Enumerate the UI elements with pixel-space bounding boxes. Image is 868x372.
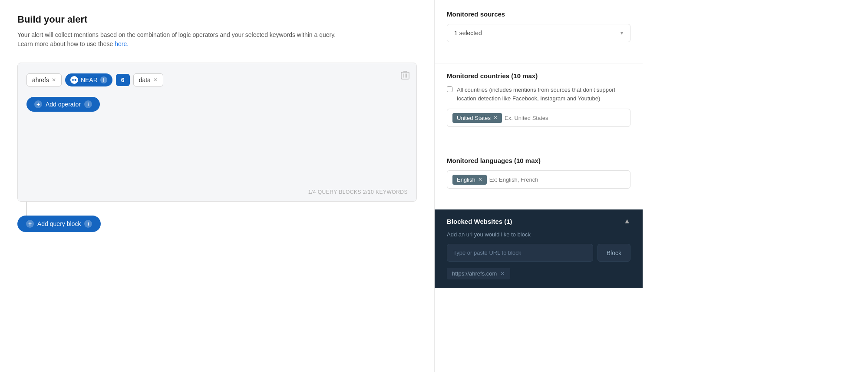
near-info-icon: i	[100, 76, 107, 83]
remove-english-tag[interactable]: ✕	[478, 176, 482, 183]
learn-more-link[interactable]: here.	[115, 40, 129, 47]
all-countries-row: All countries (includes mentions from so…	[447, 86, 630, 103]
svg-point-4	[72, 79, 74, 81]
token-ahrefs: ahrefs ✕	[26, 73, 62, 86]
all-countries-checkbox[interactable]	[447, 86, 452, 92]
remove-ahrefs-token[interactable]: ✕	[52, 77, 56, 83]
remove-data-token[interactable]: ✕	[153, 77, 158, 83]
countries-input[interactable]	[505, 115, 625, 121]
block-input-row: Block	[447, 244, 630, 262]
page-title: Build your alert	[17, 14, 417, 25]
add-operator-info-icon: i	[84, 100, 92, 108]
query-block: ahrefs ✕ NEAR i 6	[17, 63, 417, 202]
blocked-websites-panel: Blocked Websites (1) ▲ Add an url you wo…	[435, 209, 643, 288]
add-query-block-info-icon: i	[84, 220, 92, 228]
block-button[interactable]: Block	[597, 244, 630, 262]
remove-united-states-tag[interactable]: ✕	[493, 115, 498, 121]
blocked-websites-title: Blocked Websites (1)	[447, 218, 512, 225]
languages-tags-input[interactable]: English ✕	[447, 170, 630, 189]
divider	[435, 63, 643, 63]
remove-blocked-url[interactable]: ✕	[500, 270, 505, 277]
monitored-sources-dropdown[interactable]: 1 selected ▾	[447, 24, 630, 42]
blocked-websites-body: Add an url you would like to block Block…	[435, 231, 643, 288]
add-operator-button[interactable]: + Add operator i	[26, 97, 100, 112]
monitored-languages-title: Monitored languages (10 max)	[447, 157, 630, 164]
monitored-languages-section: Monitored languages (10 max) English ✕	[435, 157, 643, 209]
languages-input[interactable]	[489, 176, 625, 183]
right-panel: Monitored sources 1 selected ▾ Monitored…	[434, 0, 643, 372]
monitored-countries-title: Monitored countries (10 max)	[447, 72, 630, 80]
countries-tags-input[interactable]: United States ✕	[447, 109, 630, 127]
blocked-subtitle: Add an url you would like to block	[447, 231, 630, 238]
plus-icon: +	[26, 220, 34, 228]
united-states-tag: United States ✕	[452, 113, 502, 123]
all-countries-label: All countries (includes mentions from so…	[457, 86, 630, 103]
query-tokens: ahrefs ✕ NEAR i 6	[26, 73, 408, 86]
query-stats: 1/4 QUERY BLOCKS 2/10 KEYWORDS	[308, 189, 408, 195]
delete-query-block-button[interactable]	[401, 70, 409, 81]
blocked-chevron-up-icon: ▲	[624, 217, 630, 225]
monitored-sources-value: 1 selected	[454, 30, 482, 37]
token-number: 6	[116, 74, 130, 86]
blocked-websites-header[interactable]: Blocked Websites (1) ▲	[435, 209, 643, 231]
add-query-block-button[interactable]: + Add query block i	[17, 216, 101, 232]
monitored-sources-section: Monitored sources 1 selected ▾	[435, 10, 643, 63]
plus-icon: +	[34, 100, 42, 108]
connector-line	[26, 202, 27, 216]
divider-2	[435, 148, 643, 148]
chevron-down-icon: ▾	[620, 30, 623, 36]
svg-point-5	[75, 79, 76, 81]
page-subtitle: Your alert will collect mentions based o…	[17, 30, 417, 49]
near-icon	[70, 76, 78, 84]
left-panel: Build your alert Your alert will collect…	[0, 0, 434, 372]
blocked-url-tag: https://ahrefs.com ✕	[447, 268, 510, 279]
monitored-countries-section: Monitored countries (10 max) All countri…	[435, 72, 643, 148]
token-near: NEAR i	[65, 73, 112, 86]
monitored-sources-title: Monitored sources	[447, 10, 630, 18]
token-data: data ✕	[133, 73, 163, 86]
english-tag: English ✕	[452, 175, 487, 185]
block-url-input[interactable]	[447, 244, 593, 262]
